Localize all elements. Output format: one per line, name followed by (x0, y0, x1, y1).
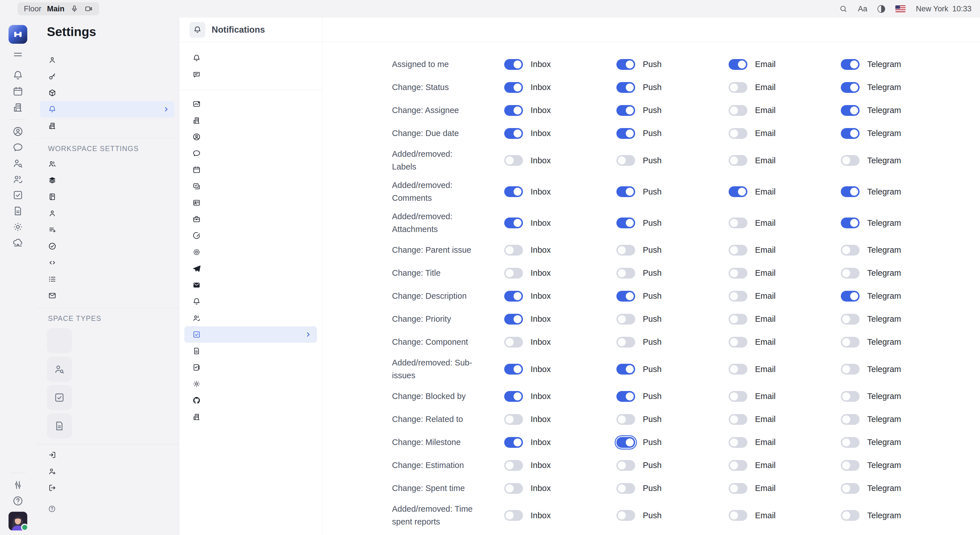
toggle-email[interactable] (729, 186, 747, 197)
nav-item-documents[interactable] (179, 343, 322, 359)
toggle-push[interactable] (616, 128, 635, 139)
rail-item-drive[interactable] (10, 235, 26, 251)
toggle-inbox[interactable] (504, 364, 523, 375)
toggle-telegram[interactable] (841, 437, 859, 448)
nav-item-talent[interactable] (179, 227, 322, 244)
rail-item-recruiting[interactable] (10, 156, 26, 171)
toggle-telegram[interactable] (841, 217, 859, 228)
nav-item-review[interactable] (179, 178, 322, 195)
theme-contrast-icon[interactable] (877, 5, 885, 13)
toggle-inbox[interactable] (504, 414, 523, 425)
toggle-telegram[interactable] (841, 186, 859, 197)
toggle-telegram[interactable] (841, 314, 859, 325)
rail-item-action-items[interactable] (10, 219, 26, 235)
toggle-inbox[interactable] (504, 391, 523, 402)
toggle-telegram[interactable] (841, 59, 859, 70)
toggle-push[interactable] (616, 186, 635, 197)
settings-item-notifications[interactable] (40, 101, 174, 117)
toggle-inbox[interactable] (504, 291, 523, 302)
us-flag-icon[interactable] (895, 5, 905, 12)
rail-item-documents[interactable] (10, 203, 26, 219)
toggle-push[interactable] (616, 217, 635, 228)
toggle-email[interactable] (729, 245, 747, 256)
search-icon[interactable] (839, 5, 848, 13)
workspace-item-classes[interactable] (35, 254, 179, 271)
workspace-item-branding[interactable] (35, 205, 179, 222)
nav-item-calendar[interactable] (179, 162, 322, 178)
toggle-email[interactable] (729, 105, 747, 116)
toggle-email[interactable] (729, 217, 747, 228)
floor-pill[interactable]: Floor Main (18, 2, 99, 15)
workspace-item-spaces[interactable] (35, 172, 179, 189)
toggle-telegram[interactable] (841, 82, 859, 93)
toggle-email[interactable] (729, 437, 747, 448)
toggle-inbox[interactable] (504, 245, 523, 256)
rail-item-office[interactable] (10, 99, 26, 115)
rail-item-profile-avatar[interactable] (8, 512, 27, 530)
font-size-toggle[interactable]: Aa (858, 5, 867, 13)
toggle-telegram[interactable] (841, 155, 859, 166)
toggle-push[interactable] (616, 437, 635, 448)
toggle-push[interactable] (616, 155, 635, 166)
toggle-email[interactable] (729, 510, 747, 521)
toggle-email[interactable] (729, 460, 747, 471)
toggle-inbox[interactable] (504, 510, 523, 521)
nav-item-sound-and-appearance[interactable] (179, 67, 322, 83)
nav-item-companies[interactable] (179, 112, 322, 129)
toggle-inbox[interactable] (504, 217, 523, 228)
toggle-telegram[interactable] (841, 245, 859, 256)
toggle-inbox[interactable] (504, 128, 523, 139)
toggle-inbox[interactable] (504, 155, 523, 166)
toggle-telegram[interactable] (841, 291, 859, 302)
settings-item-account-settings[interactable] (35, 52, 179, 68)
rail-item-notifications[interactable] (10, 68, 26, 84)
toggle-inbox[interactable] (504, 186, 523, 197)
space-type-documents[interactable] (35, 412, 179, 440)
toggle-email[interactable] (729, 128, 747, 139)
toggle-email[interactable] (729, 364, 747, 375)
toggle-push[interactable] (616, 337, 635, 348)
help-support-button[interactable] (35, 501, 179, 517)
toggle-telegram[interactable] (841, 128, 859, 139)
toggle-push[interactable] (616, 460, 635, 471)
nav-item-issues[interactable] (185, 326, 317, 343)
toggle-email[interactable] (729, 414, 747, 425)
toggle-push[interactable] (616, 291, 635, 302)
toggle-inbox[interactable] (504, 59, 523, 70)
settings-footer-sign-out[interactable] (35, 479, 179, 496)
rail-item-help[interactable] (10, 493, 26, 509)
nav-item-chat[interactable] (179, 145, 322, 162)
settings-footer-invite-to-workspace[interactable] (35, 463, 179, 479)
toggle-push[interactable] (616, 364, 635, 375)
nav-item-vacancy[interactable] (179, 211, 322, 227)
rail-item-planner[interactable] (10, 84, 26, 99)
settings-footer-select-workspace[interactable] (35, 447, 179, 463)
toggle-email[interactable] (729, 337, 747, 348)
toggle-telegram[interactable] (841, 364, 859, 375)
toggle-push[interactable] (616, 483, 635, 494)
space-type-recruiting[interactable] (35, 355, 179, 383)
toggle-email[interactable] (729, 483, 747, 494)
toggle-telegram[interactable] (841, 105, 859, 116)
toggle-email[interactable] (729, 314, 747, 325)
rail-item-workspace-logo[interactable] (8, 25, 27, 44)
workspace-item-owners[interactable] (35, 156, 179, 172)
rail-item-human-resources[interactable] (10, 171, 26, 187)
toggle-email[interactable] (729, 82, 747, 93)
toggle-push[interactable] (616, 82, 635, 93)
microphone-icon[interactable] (70, 5, 79, 13)
toggle-push[interactable] (616, 105, 635, 116)
toggle-telegram[interactable] (841, 483, 859, 494)
nav-item-telegram[interactable] (179, 260, 322, 277)
nav-item-human-resources[interactable] (179, 310, 322, 326)
rail-item-tracker[interactable] (10, 187, 26, 203)
camera-icon[interactable] (84, 5, 93, 13)
toggle-email[interactable] (729, 291, 747, 302)
nav-item-requests[interactable] (179, 359, 322, 376)
settings-item-office[interactable] (35, 117, 179, 134)
toggle-inbox[interactable] (504, 337, 523, 348)
workspace-item-invite-settings[interactable] (35, 287, 179, 304)
toggle-telegram[interactable] (841, 337, 859, 348)
toggle-telegram[interactable] (841, 460, 859, 471)
toggle-email[interactable] (729, 59, 747, 70)
